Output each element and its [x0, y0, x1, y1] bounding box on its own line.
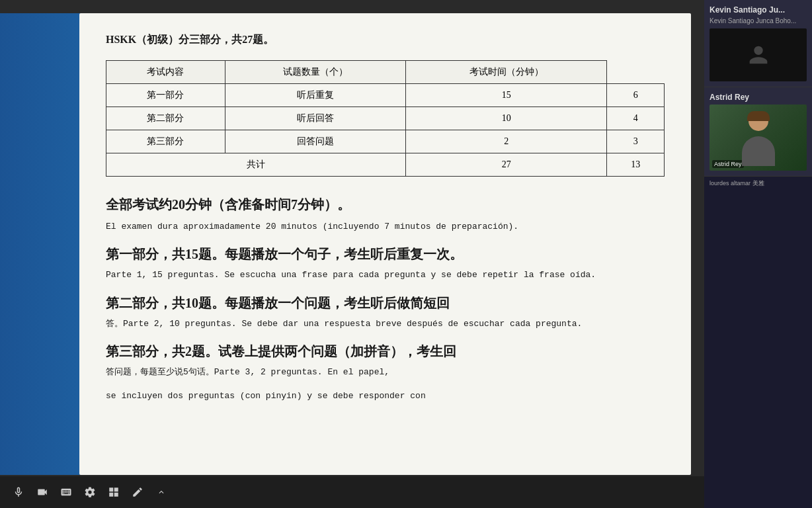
sidebar-spacer: [704, 190, 812, 508]
person-body: [742, 136, 775, 166]
kevin-video: [710, 28, 807, 81]
es-para-2: 答。Parte 2, 10 preguntas. Se debe dar una…: [106, 316, 665, 331]
kevin-full-name: Kevin Santiago Junca Boho...: [710, 17, 807, 24]
zh-para-1: 第一部分，共15题。每题播放一个句子，考生听后重复一次。: [106, 242, 665, 266]
astrid-video-label: Astrid Rey: [712, 160, 744, 168]
lourdes-tag: lourdes altamar 美雅: [704, 177, 812, 190]
main-content-area: HSKK（初级）分三部分，共27题。 考试内容 试题数量（个） 考试时间（分钟）…: [0, 0, 704, 508]
svg-point-0: [754, 46, 762, 55]
mic-icon[interactable]: [11, 484, 26, 500]
settings-icon[interactable]: [82, 484, 98, 500]
participant-card-astrid: Astrid Rey Astrid Rey: [704, 87, 812, 177]
bottom-toolbar: [0, 476, 704, 508]
es-line-1: El examen dura aproximadamente 20 minuto…: [106, 219, 665, 234]
keyboard-icon[interactable]: [58, 484, 74, 500]
camera-icon[interactable]: [34, 484, 50, 500]
grid-icon[interactable]: [106, 484, 122, 500]
astrid-name: Astrid Rey: [710, 93, 807, 102]
kevin-name: Kevin Santiago Ju...: [710, 5, 807, 15]
es-para-3: 答问题，每题至少说5句话。Parte 3, 2 preguntas. En el…: [106, 364, 665, 380]
zh-para-2: 第二部分，共10题。每题播放一个问题，考生听后做简短回: [106, 291, 665, 315]
pen-icon[interactable]: [130, 484, 145, 500]
table-row: 第一部分 听后重复 15 6: [106, 84, 665, 107]
table-header-content: 考试内容: [106, 61, 225, 84]
table-header-time: 考试时间（分钟）: [406, 61, 607, 84]
table-row: 第二部分 听后回答 10 4: [106, 107, 665, 130]
document-viewer: HSKK（初级）分三部分，共27题。 考试内容 试题数量（个） 考试时间（分钟）…: [79, 13, 691, 475]
participant-card-kevin: Kevin Santiago Ju... Kevin Santiago Junc…: [704, 0, 812, 87]
es-para-1: Parte 1, 15 preguntas. Se escucha una fr…: [106, 267, 665, 282]
chevron-up-icon[interactable]: [153, 484, 169, 500]
exam-table: 考试内容 试题数量（个） 考试时间（分钟） 第一部分 听后重复 15 6 第二部…: [106, 60, 665, 177]
table-header-count: 试题数量（个）: [225, 61, 405, 84]
table-row: 第三部分 回答问题 2 3: [106, 130, 665, 153]
es-para-4: se incluyen dos preguntas (con pinyin) y…: [106, 388, 665, 403]
person-hair: [747, 111, 770, 121]
zh-para-3: 第三部分，共2题。试卷上提供两个问题（加拼音），考生回: [106, 339, 665, 363]
astrid-video: Astrid Rey: [710, 105, 807, 171]
content-body: 全部考试约20分钟（含准备时间7分钟）。 El examen dura apro…: [106, 192, 665, 403]
blue-side-panel: [0, 13, 86, 475]
astrid-silhouette: [742, 111, 775, 166]
participants-sidebar: Kevin Santiago Ju... Kevin Santiago Junc…: [704, 0, 812, 508]
table-row-total: 共计 27 13: [106, 153, 665, 177]
zh-line-1: 全部考试约20分钟（含准备时间7分钟）。: [106, 192, 665, 216]
document-title: HSKK（初级）分三部分，共27题。: [106, 33, 665, 47]
